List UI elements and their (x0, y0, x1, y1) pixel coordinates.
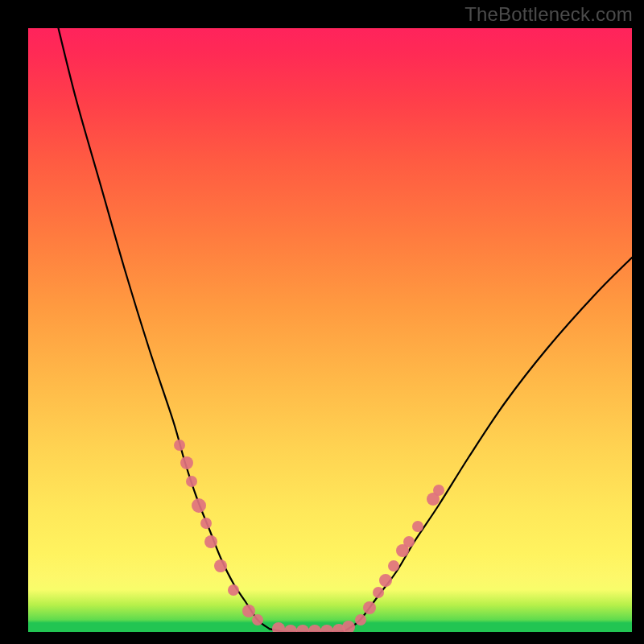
marker-point (363, 601, 376, 614)
marker-point (379, 574, 392, 587)
marker-point (214, 559, 227, 572)
curve-right (349, 258, 633, 629)
marker-point (342, 621, 355, 632)
marker-point (192, 498, 206, 513)
marker-point (200, 518, 212, 529)
marker-point (186, 476, 197, 487)
curve-left (59, 28, 270, 629)
marker-point (403, 536, 415, 547)
watermark-text: TheBottleneck.com (464, 3, 633, 26)
marker-point (204, 535, 217, 548)
chart-frame: TheBottleneck.com (0, 0, 644, 644)
marker-point (228, 584, 239, 596)
marker-point (272, 622, 285, 632)
marker-point (355, 614, 366, 625)
marker-point (373, 587, 384, 598)
marker-point (412, 521, 423, 532)
marker-point (320, 625, 333, 633)
marker-point (174, 440, 185, 451)
marker-point (433, 485, 444, 496)
plot-area (28, 28, 632, 632)
marker-point (308, 625, 321, 633)
marker-point (180, 456, 193, 469)
marker-point (296, 625, 309, 633)
marker-point (284, 625, 297, 633)
marker-point (252, 614, 263, 625)
curve-layer (28, 28, 632, 632)
marker-point (388, 560, 399, 572)
